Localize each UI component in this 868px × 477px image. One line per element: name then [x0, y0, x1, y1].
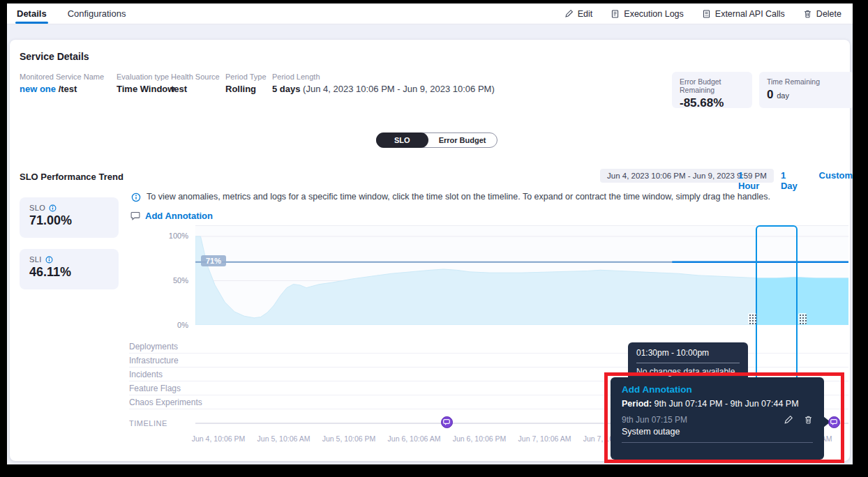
external-api-calls-button[interactable]: External API Calls — [702, 9, 785, 19]
target-badge: 71% — [201, 255, 226, 266]
y-axis-tick-0: 0% — [159, 321, 188, 329]
timeslot-tooltip: 01:30pm - 10:00pm No changes data availa… — [628, 342, 748, 381]
popup-period-label: Period: — [622, 399, 652, 409]
popup-period-value: 9th Jun 07:14 PM - 9th Jun 07:44 PM — [652, 399, 799, 409]
document-code-icon — [702, 9, 711, 19]
external-api-calls-label: External API Calls — [715, 9, 785, 19]
sli-kpi-card: SLI 46.11% — [20, 249, 119, 289]
error-budget-remaining-card: Error Budget Remaining -85.68% — [672, 72, 752, 108]
range-1-hour[interactable]: 1 Hour — [738, 170, 766, 191]
selection-drag-handle-left[interactable] — [748, 313, 756, 324]
delete-button[interactable]: Delete — [803, 9, 841, 19]
annotation-popup: Add Annotation Period: 9th Jun 07:14 PM … — [611, 377, 824, 460]
field-monitored-service: Monitored Service Name new one /test — [20, 73, 104, 94]
field-label: Monitored Service Name — [20, 73, 104, 81]
range-custom[interactable]: Custom — [819, 170, 853, 191]
lane-label: Chaos Experiments — [129, 397, 202, 407]
lane-label: Deployments — [129, 342, 178, 351]
pencil-icon — [564, 9, 574, 18]
field-label: Health Source — [171, 73, 220, 81]
execution-logs-button[interactable]: Execution Logs — [611, 9, 683, 19]
tooltip-time-range: 01:30pm - 10:00pm — [636, 348, 740, 358]
lane-label: Infrastructure — [129, 356, 179, 365]
stat-label: Error Budget Remaining — [680, 77, 744, 94]
field-label: Evaluation type — [117, 73, 174, 81]
popup-entry-text: System outage — [622, 427, 813, 437]
range-1-day[interactable]: 1 Day — [781, 170, 805, 191]
trash-icon — [803, 9, 812, 19]
tab-list: Details Configurations — [17, 3, 126, 24]
tab-configurations-label: Configurations — [68, 8, 126, 19]
tooltip-divider — [636, 363, 740, 363]
selection-drag-handle-right[interactable] — [798, 313, 807, 324]
popup-add-annotation-link[interactable]: Add Annotation — [622, 384, 813, 395]
slo-label: SLO — [29, 204, 45, 212]
field-value: Time Window — [117, 84, 174, 94]
delete-label: Delete — [816, 9, 841, 19]
field-label: Period Type — [225, 73, 267, 81]
info-text: To view anomalies, metrics and logs for … — [147, 192, 770, 202]
tooltip-message: No changes data available — [636, 367, 740, 377]
sli-label: SLI — [29, 255, 42, 264]
popup-entry-time: 9th Jun 07:15 PM — [622, 415, 687, 425]
add-annotation-label: Add Annotation — [145, 211, 213, 221]
tab-configurations[interactable]: Configurations — [68, 3, 126, 24]
view-toggle: SLO Error Budget — [376, 132, 497, 148]
stat-value: 0 — [767, 88, 773, 101]
info-icon[interactable] — [45, 256, 53, 264]
monitored-service-env: /test — [56, 84, 77, 94]
stat-label: Time Remaining — [767, 77, 846, 86]
monitored-service-link[interactable]: new one — [20, 84, 56, 94]
field-period-type: Period Type Rolling — [225, 73, 267, 94]
stat-unit: day — [777, 91, 789, 100]
tab-details[interactable]: Details — [17, 3, 47, 24]
timeline-info-banner: To view anomalies, metrics and logs for … — [131, 192, 836, 202]
tab-details-label: Details — [17, 8, 47, 19]
add-annotation-link[interactable]: Add Annotation — [130, 211, 213, 221]
field-period-length: Period Length 5 days (Jun 4, 2023 10:06 … — [272, 73, 495, 94]
stat-value: -85.68% — [680, 96, 744, 110]
edit-label: Edit — [578, 9, 593, 19]
period-length-value: 5 days — [272, 84, 300, 94]
field-value: test — [171, 84, 220, 94]
time-range-links: 1 Hour 1 Day Custom — [738, 170, 853, 191]
toggle-slo[interactable]: SLO — [376, 132, 428, 148]
trend-title: SLO Performance Trend — [20, 172, 124, 182]
document-icon — [611, 9, 620, 19]
annotation-marker[interactable] — [828, 416, 840, 428]
period-length-range: (Jun 4, 2023 10:06 PM - Jun 9, 2023 10:0… — [300, 84, 494, 94]
edit-annotation-icon[interactable] — [784, 415, 793, 425]
time-window-selection[interactable] — [756, 225, 798, 393]
slo-kpi-card: SLO 71.00% — [20, 197, 119, 238]
lane-label: Incidents — [129, 370, 163, 379]
info-icon[interactable] — [49, 204, 57, 212]
toolbar: Edit Execution Logs External API Calls D… — [564, 9, 841, 19]
header-tab-bar: Details Configurations Edit Execution Lo… — [7, 3, 853, 24]
execution-logs-label: Execution Logs — [624, 9, 683, 19]
annotation-bubble-icon — [130, 211, 140, 220]
popup-divider — [622, 442, 813, 443]
slo-value: 71.00% — [29, 213, 109, 228]
field-evaluation-type: Evaluation type Time Window — [117, 73, 174, 94]
field-health-source: Health Source test — [171, 73, 220, 94]
app-window: Details Configurations Edit Execution Lo… — [7, 3, 853, 464]
field-label: Period Length — [272, 73, 495, 81]
popup-period: Period: 9th Jun 07:14 PM - 9th Jun 07:44… — [622, 399, 813, 409]
timeline-label: TIMELINE — [129, 419, 167, 427]
service-details-title: Service Details — [20, 51, 89, 62]
annotation-marker[interactable] — [441, 416, 453, 428]
edit-button[interactable]: Edit — [564, 9, 593, 19]
delete-annotation-icon[interactable] — [804, 415, 813, 425]
y-axis-tick-50: 50% — [159, 276, 188, 285]
lane-label: Feature Flags — [129, 384, 181, 393]
info-icon — [131, 192, 141, 202]
field-value: Rolling — [225, 84, 267, 94]
slo-trend-chart[interactable]: 71% — [195, 225, 848, 325]
time-remaining-card: Time Remaining 0 day — [759, 72, 853, 108]
toggle-error-budget[interactable]: Error Budget — [428, 133, 497, 147]
y-axis-tick-100: 100% — [159, 232, 188, 240]
sli-value: 46.11% — [29, 265, 109, 280]
